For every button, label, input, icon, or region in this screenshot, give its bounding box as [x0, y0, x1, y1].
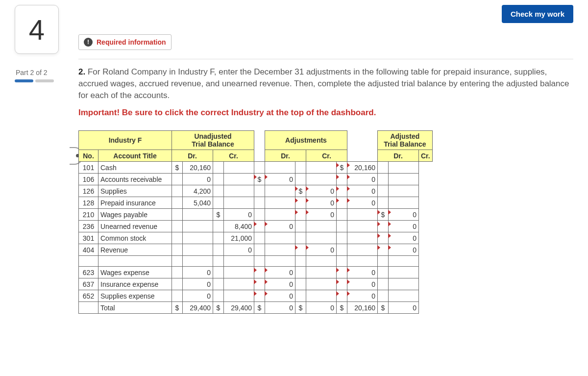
question-number-box: 4 [15, 5, 59, 54]
table-row: 236Unearned revenue8,40000 [79, 221, 433, 232]
table-row: 128Prepaid insurance5,04000 [79, 197, 433, 209]
required-information-label: Required information [97, 38, 166, 46]
table-row: 652Supplies expense000 [79, 290, 433, 302]
col-a-dr-header: Dr. [265, 150, 306, 162]
col-u-cr-header: Cr. [213, 150, 254, 162]
instruction-text: 2. For Roland Company in Industry F, ent… [78, 66, 573, 101]
table-row: 301Common stock21,0000 [79, 232, 433, 244]
table-total-row: Total $ 29,400 $ 29,400 $ 0 $ 0 $ 20,160… [79, 302, 433, 314]
table-row: 210Wages payable$00$0 [79, 209, 433, 221]
adjustments-header: Adjustments [265, 131, 347, 150]
table-spacer-row [79, 256, 433, 267]
part-label: Part 2 of 2 [15, 69, 74, 76]
col-u-dr-header: Dr. [172, 150, 213, 162]
col-a-cr-header: Cr. [306, 150, 347, 162]
unadjusted-header: Unadjusted Trial Balance [172, 131, 254, 150]
table-row: 404Revenue000 [79, 244, 433, 256]
check-my-work-button[interactable]: Check my work [502, 5, 573, 23]
adjusted-header: Adjusted Trial Balance [378, 131, 433, 150]
part-progress [15, 79, 74, 82]
table-row: 101Cash$20,160$20,160 [79, 162, 433, 174]
trial-balance-table: Industry F Unadjusted Trial Balance Adju… [78, 130, 433, 314]
table-row: 126Supplies4,200$00 [79, 185, 433, 197]
required-information-toggle[interactable]: ! Required information [78, 34, 172, 50]
divider [78, 59, 573, 59]
table-row: 106Accounts receivable0$00 [79, 174, 433, 185]
important-warning: Important! Be sure to click the correct … [78, 108, 573, 118]
col-at-cr-header: Cr. [419, 150, 433, 162]
table-row: 623Wages expense000 [79, 267, 433, 278]
col-no-header: No. [79, 150, 98, 162]
col-title-header: Account Title [98, 150, 172, 162]
col-at-dr-header: Dr. [378, 150, 419, 162]
info-icon: ! [84, 38, 93, 47]
table-row: 637Insurance expense000 [79, 278, 433, 290]
industry-header: Industry F [109, 136, 142, 144]
